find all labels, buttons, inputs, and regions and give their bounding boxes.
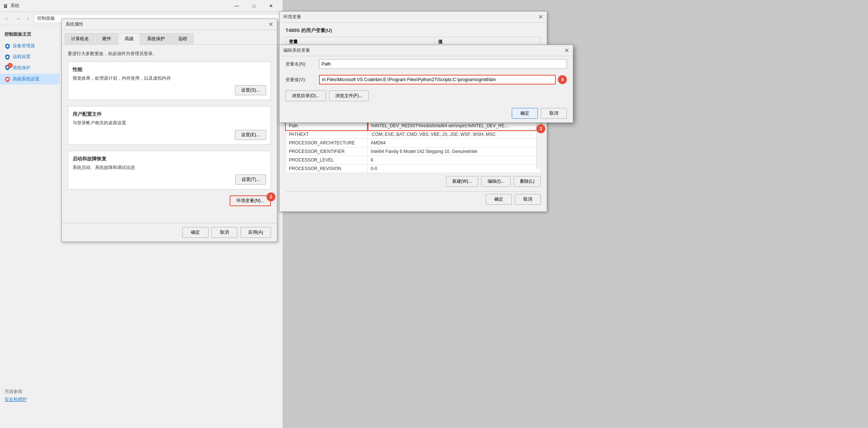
- sidebar-header: 控制面板主页: [0, 28, 60, 41]
- dialog-envvar-title-bar: 环境变量 ✕: [280, 12, 547, 23]
- dialog-sysprop: 系统属性 ✕ 计算机名 硬件 高级 系统保护 远程 要进行大多数更改，你必须作为…: [61, 19, 277, 242]
- sidebar-footer: 另请参阅 安全和维护: [0, 386, 31, 406]
- editvar-value-row: 变量值(V): 4: [280, 72, 573, 87]
- table-row[interactable]: PATHEXT.COM;.EXE;.BAT;.CMD;.VBS;.VBE;.JS…: [286, 130, 541, 139]
- tab-content-advanced: 要进行大多数更改，你必须作为管理员登录。 性能 视觉效果，处理器计划，内存使用，…: [62, 44, 277, 223]
- minimize-button[interactable]: —: [228, 0, 245, 12]
- sidebar-item-advanced-label: 高级系统设置: [13, 76, 39, 82]
- section-startup-title: 启动和故障恢复: [73, 156, 266, 162]
- tab-sysprot[interactable]: 系统保护: [141, 33, 171, 44]
- section-userprofile: 用户配置文件 与登录帐户相关的桌面设置 设置(E)...: [68, 106, 271, 145]
- notice-text: 要进行大多数更改，你必须作为管理员登录。: [68, 51, 271, 57]
- table-row[interactable]: PROCESSOR_ARCHITECTUREAMD64: [286, 139, 541, 147]
- system-vars-btns: 新建(W)... 编辑(I)... 删除(L): [285, 176, 541, 187]
- sys-edit-btn[interactable]: 编辑(I)...: [481, 176, 511, 187]
- sidebar-item-sysprot-label: 系统保护: [13, 65, 31, 71]
- sys-delete-btn[interactable]: 删除(L): [514, 176, 541, 187]
- section-startup-text: 系统启动、系统故障和调试信息: [73, 165, 266, 171]
- table-row[interactable]: PROCESSOR_LEVEL6: [286, 156, 541, 165]
- sidebar-item-device[interactable]: 设备管理器: [0, 41, 60, 51]
- envvar-ok-btn[interactable]: 确定: [486, 194, 512, 205]
- title-bar: 🖥 系统 — □ ✕: [0, 0, 283, 12]
- envvar-cancel-btn[interactable]: 取消: [515, 194, 541, 205]
- table-row[interactable]: PROCESSOR_REVISION0-0: [286, 165, 541, 173]
- section-performance-text: 视觉效果，处理器计划，内存使用，以及虚拟内存: [73, 75, 266, 82]
- tab-computername[interactable]: 计算机名: [65, 33, 95, 44]
- dialog-sysprop-close[interactable]: ✕: [268, 22, 273, 28]
- env-vars-button[interactable]: 环境变量(N)...: [230, 195, 271, 206]
- window-title: 系统: [10, 3, 19, 9]
- shield-icon-advanced: [4, 76, 10, 82]
- section-performance: 性能 视觉效果，处理器计划，内存使用，以及虚拟内存 设置(S)...: [68, 61, 271, 100]
- tab-advanced[interactable]: 高级: [118, 33, 140, 45]
- dialog-editvar-close[interactable]: ✕: [564, 48, 569, 54]
- sysprop-apply-btn[interactable]: 应用(A): [240, 227, 271, 238]
- step4-badge: 4: [558, 75, 567, 84]
- browse-file-btn[interactable]: 浏览文件(F)...: [329, 90, 369, 101]
- dialog-editvar: 编辑系统变量 ✕ 变量名(N): 变量值(V): 4 浏览目录(D)... 浏览…: [279, 45, 573, 123]
- section-userprofile-btn[interactable]: 设置(E)...: [235, 130, 266, 140]
- title-bar-left: 🖥 系统: [3, 3, 19, 9]
- sidebar-item-sysprot[interactable]: 1 系统保护: [0, 62, 60, 74]
- sidebar-item-remote-label: 远程设置: [13, 54, 31, 60]
- user-vars-label: T480S 的用户变量(U): [285, 27, 541, 34]
- close-button[interactable]: ✕: [262, 0, 280, 12]
- nav-forward[interactable]: →: [14, 15, 22, 22]
- dialog-sysprop-title: 系统属性: [66, 21, 83, 28]
- section-startup: 启动和故障恢复 系统启动、系统故障和调试信息 设置(T)...: [68, 151, 271, 189]
- dialog-editvar-title: 编辑系统变量: [283, 47, 310, 54]
- sidebar-item-advanced[interactable]: 高级系统设置: [0, 74, 60, 84]
- nav-up[interactable]: ↑: [25, 15, 31, 22]
- nav-back[interactable]: ←: [3, 15, 11, 22]
- dialog-editvar-footer: 确定 取消: [280, 104, 573, 122]
- editvar-name-input[interactable]: [319, 59, 567, 69]
- browse-dir-btn[interactable]: 浏览目录(D)...: [285, 90, 326, 101]
- window-controls: — □ ✕: [228, 0, 280, 12]
- dialog-envvar-footer: 确定 取消: [285, 191, 541, 207]
- tab-remote[interactable]: 远程: [172, 33, 194, 44]
- sidebar: 控制面板主页 设备管理器 远程设置 1: [0, 25, 60, 428]
- section-performance-title: 性能: [73, 66, 266, 73]
- table-row[interactable]: PROCESSOR_IDENTIFIERIntel64 Family 6 Mod…: [286, 147, 541, 156]
- section-performance-btn[interactable]: 设置(S)...: [235, 85, 266, 95]
- step3-badge: 3: [536, 124, 545, 133]
- maximize-button[interactable]: □: [245, 0, 262, 12]
- svg-rect-3: [6, 78, 9, 80]
- sidebar-footer-link[interactable]: 安全和维护: [4, 397, 27, 402]
- editvar-browse-btns: 浏览目录(D)... 浏览文件(F)...: [280, 87, 573, 104]
- dialog-sysprop-footer: 确定 取消 应用(A): [62, 223, 277, 242]
- section-userprofile-title: 用户配置文件: [73, 111, 266, 118]
- svg-point-0: [6, 45, 9, 47]
- shield-icon-remote: [4, 54, 10, 60]
- window-icon: 🖥: [3, 3, 8, 9]
- editvar-name-row: 变量名(N):: [280, 56, 573, 72]
- editvar-name-label: 变量名(N):: [285, 61, 315, 67]
- step2-badge: 2: [267, 192, 275, 201]
- section-userprofile-text: 与登录帐户相关的桌面设置: [73, 120, 266, 126]
- dialog-envvar-close[interactable]: ✕: [538, 14, 543, 20]
- sysprop-cancel-btn[interactable]: 取消: [211, 227, 237, 238]
- editvar-value-label: 变量值(V):: [285, 77, 315, 83]
- dialog-envvar-title: 环境变量: [283, 14, 301, 20]
- tab-hardware[interactable]: 硬件: [96, 33, 118, 44]
- dialog-editvar-title-bar: 编辑系统变量 ✕: [280, 45, 573, 56]
- sidebar-footer-title: 另请参阅: [4, 389, 27, 395]
- section-startup-btn[interactable]: 设置(T)...: [235, 175, 266, 185]
- sysprop-ok-btn[interactable]: 确定: [182, 227, 208, 238]
- shield-icon-device: [4, 43, 10, 49]
- dialog-sysprop-title-bar: 系统属性 ✕: [62, 19, 277, 30]
- sidebar-item-device-label: 设备管理器: [13, 43, 35, 49]
- badge-sysprot: 1: [7, 63, 13, 68]
- editvar-cancel-btn[interactable]: 取消: [541, 108, 567, 119]
- editvar-value-input[interactable]: [319, 75, 556, 84]
- tab-bar: 计算机名 硬件 高级 系统保护 远程: [62, 30, 277, 44]
- sys-new-btn[interactable]: 新建(W)...: [446, 176, 478, 187]
- editvar-ok-btn[interactable]: 确定: [512, 108, 538, 119]
- sidebar-item-remote[interactable]: 远程设置: [0, 51, 60, 62]
- svg-point-1: [6, 56, 9, 58]
